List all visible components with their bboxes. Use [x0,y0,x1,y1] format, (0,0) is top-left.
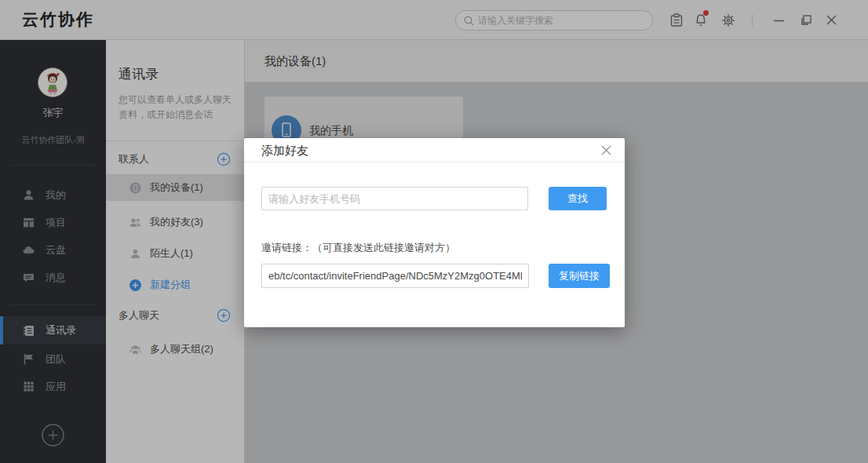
close-dialog-icon[interactable] [600,144,612,156]
app-window: 云竹协作 [0,0,868,463]
friend-phone-input[interactable] [261,187,528,210]
invite-link-input[interactable] [261,264,529,288]
find-button[interactable]: 查找 [549,187,607,210]
dialog-title: 添加好友 [244,138,625,162]
copy-link-button[interactable]: 复制链接 [549,264,610,288]
add-friend-dialog: 添加好友 查找 邀请链接：（可直接发送此链接邀请对方） 复制链接 [244,138,625,327]
invite-link-label: 邀请链接：（可直接发送此链接邀请对方） [261,241,455,255]
